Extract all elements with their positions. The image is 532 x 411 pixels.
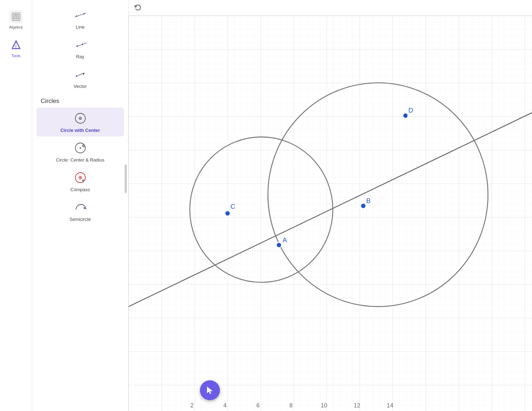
tool-semicircle[interactable]: Semicircle [36, 197, 124, 226]
svg-point-44 [403, 113, 408, 118]
sidebar-tools[interactable]: Tools [2, 36, 29, 61]
canvas-area: C A B D 2 4 6 8 10 12 14 [129, 0, 532, 411]
tool-circle-radius-label: Circle: Center & Radius [56, 157, 105, 163]
svg-point-26 [83, 145, 84, 146]
cursor-fab[interactable] [200, 380, 220, 400]
svg-rect-3 [15, 16, 17, 18]
svg-point-19 [76, 75, 77, 77]
svg-text:14: 14 [387, 402, 393, 408]
line-icon [73, 8, 87, 22]
tool-compass[interactable]: Compass [36, 167, 124, 196]
sidebar-icons: Algebra Tools [0, 0, 32, 411]
tool-vector-label: Vector [74, 84, 87, 89]
tool-vector[interactable]: Vector [36, 64, 124, 93]
canvas-svg: C A B D 2 4 6 8 10 12 14 [129, 16, 532, 411]
sidebar-algebra[interactable]: Algebra [2, 7, 29, 32]
svg-rect-1 [13, 14, 19, 16]
tool-circle-center[interactable]: Circle with Center [36, 108, 124, 137]
tools-label: Tools [11, 54, 21, 58]
svg-point-12 [76, 15, 77, 17]
svg-rect-5 [13, 18, 15, 19]
svg-text:A: A [282, 236, 287, 244]
svg-text:12: 12 [354, 402, 360, 408]
svg-text:2: 2 [190, 402, 194, 408]
tool-semicircle-label: Semicircle [70, 217, 91, 222]
toolbar-row [129, 0, 532, 16]
svg-point-31 [83, 180, 84, 181]
tool-ray-label: Ray [76, 54, 84, 59]
svg-point-32 [84, 207, 86, 209]
svg-point-16 [81, 44, 83, 45]
scroll-indicator [125, 164, 127, 193]
svg-text:C: C [231, 203, 235, 210]
tool-circle-radius[interactable]: Circle: Center & Radius [36, 137, 124, 166]
svg-marker-8 [12, 41, 20, 49]
svg-text:B: B [366, 197, 371, 204]
svg-point-13 [83, 13, 85, 15]
tool-circle-center-label: Circle with Center [60, 128, 100, 133]
circle-center-icon [73, 111, 87, 125]
circles-section-header: Circles [32, 93, 128, 107]
svg-text:10: 10 [321, 402, 327, 408]
svg-point-42 [361, 203, 366, 209]
svg-text:6: 6 [256, 402, 260, 408]
grid-canvas[interactable]: C A B D 2 4 6 8 10 12 14 [129, 16, 532, 411]
svg-text:D: D [408, 107, 413, 114]
vector-icon [73, 67, 87, 81]
svg-point-24 [80, 147, 81, 149]
svg-point-29 [80, 177, 81, 178]
svg-point-15 [76, 45, 78, 47]
calculator-icon [9, 10, 23, 24]
compass-icon [73, 170, 87, 185]
tool-ray[interactable]: Ray [36, 34, 124, 63]
undo-button[interactable] [132, 2, 144, 14]
tool-line-label: Line [76, 24, 85, 30]
svg-text:4: 4 [224, 402, 227, 408]
svg-rect-7 [17, 18, 19, 19]
semicircle-icon [73, 200, 87, 214]
tools-panel: Line Ray Vector Circles [32, 0, 129, 411]
svg-rect-6 [15, 18, 17, 19]
svg-text:8: 8 [290, 402, 293, 408]
svg-point-40 [276, 242, 281, 248]
svg-rect-34 [129, 16, 532, 411]
svg-rect-4 [17, 16, 19, 18]
svg-point-22 [80, 118, 81, 119]
tools-icon [9, 39, 23, 52]
ray-icon [73, 38, 87, 52]
algebra-label: Algebra [9, 25, 23, 29]
svg-rect-2 [13, 16, 15, 18]
svg-point-38 [225, 211, 230, 216]
circle-radius-icon [73, 141, 87, 155]
tool-compass-label: Compass [70, 187, 90, 192]
tool-line[interactable]: Line [36, 4, 124, 33]
